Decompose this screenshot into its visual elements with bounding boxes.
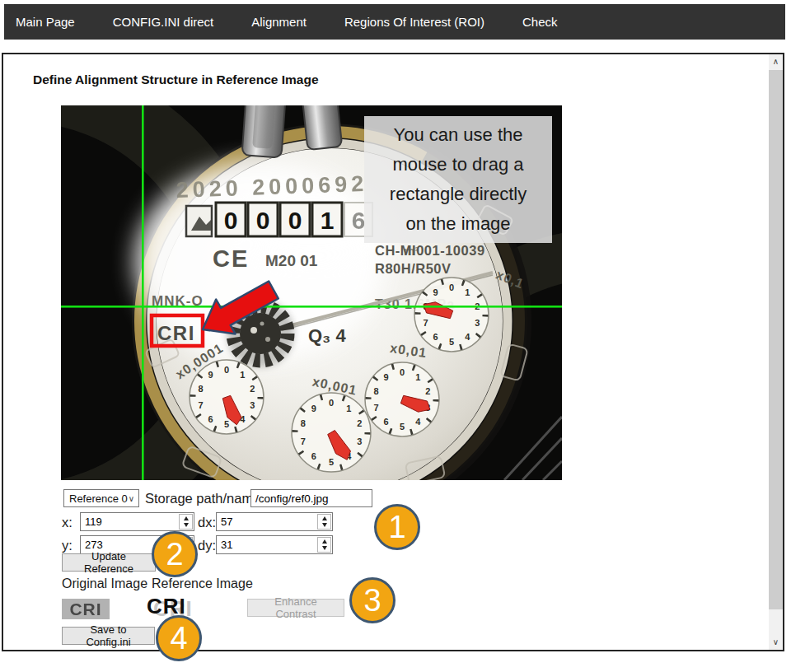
svg-text:8: 8: [301, 418, 306, 428]
save-to-config-button[interactable]: Save to Config.ini: [62, 627, 155, 645]
original-image-label: Original Image: [62, 576, 147, 591]
svg-text:R80H/R50V: R80H/R50V: [375, 261, 452, 276]
svg-text:0: 0: [329, 398, 334, 408]
scroll-down-icon[interactable]: ∨: [769, 635, 783, 649]
svg-text:7: 7: [424, 318, 428, 328]
svg-text:2: 2: [425, 386, 430, 396]
svg-text:4: 4: [415, 417, 421, 427]
svg-text:5: 5: [224, 419, 229, 429]
svg-text:6: 6: [352, 207, 366, 234]
callout-badge-1: 1: [374, 504, 420, 550]
x-stepper[interactable]: [80, 512, 194, 531]
storage-path-label: Storage path/name:: [145, 491, 264, 506]
svg-text:6: 6: [208, 414, 213, 424]
nav-alignment[interactable]: Alignment: [251, 15, 307, 29]
callout-badge-2: 2: [152, 531, 198, 577]
svg-text:9: 9: [433, 287, 438, 297]
svg-text:7: 7: [199, 400, 204, 410]
svg-text:1: 1: [346, 404, 351, 413]
svg-text:7: 7: [301, 436, 306, 446]
svg-text:9: 9: [384, 372, 389, 382]
screen: Main Page CONFIG.INI direct Alignment Re…: [0, 0, 791, 672]
svg-text:1: 1: [415, 372, 420, 382]
nav-main-page[interactable]: Main Page: [16, 15, 75, 29]
spin-down-icon[interactable]: [318, 545, 330, 553]
svg-text:M20 01: M20 01: [265, 252, 318, 269]
ce-mark: CE: [213, 245, 249, 272]
svg-text:8: 8: [374, 386, 379, 396]
spin-down-icon[interactable]: [180, 522, 192, 530]
spin-down-icon[interactable]: [318, 522, 330, 530]
reference-image-label: Reference Image: [152, 576, 253, 591]
svg-text:CH-MI001-10039: CH-MI001-10039: [375, 243, 485, 258]
svg-text:Q₃ 4: Q₃ 4: [308, 325, 346, 346]
svg-text:9: 9: [311, 404, 316, 413]
svg-text:0: 0: [256, 207, 270, 234]
meter-dial-x0001: 0123456789: [292, 393, 371, 472]
enhance-contrast-button[interactable]: Enhance Contrast: [247, 599, 344, 617]
x-spin-buttons[interactable]: [179, 514, 193, 530]
reference-image-canvas[interactable]: 2020 2000692 0 0 0 1 6 m³ CE M20 01 CH-M…: [61, 105, 562, 480]
svg-text:0: 0: [288, 207, 302, 234]
svg-text:5: 5: [449, 337, 454, 347]
svg-text:1: 1: [240, 370, 245, 380]
reference-select[interactable]: Reference 0 ∨: [63, 489, 139, 507]
meter-dial-x00001: 0123456789: [190, 360, 264, 434]
svg-text:6: 6: [311, 451, 316, 461]
callout-badge-4: 4: [156, 615, 202, 661]
callout-badge-3: 3: [349, 577, 396, 623]
svg-text:9: 9: [208, 370, 213, 380]
svg-text:7: 7: [374, 403, 379, 413]
scroll-up-icon[interactable]: ∧: [769, 54, 783, 68]
nav-check[interactable]: Check: [522, 15, 558, 29]
svg-text:6: 6: [433, 332, 438, 342]
crosshair-horizontal-line: [61, 306, 562, 308]
svg-text:0: 0: [400, 367, 405, 377]
navbar: Main Page CONFIG.INI direct Alignment Re…: [4, 4, 785, 40]
dx-spin-buttons[interactable]: [317, 514, 331, 530]
dy-stepper[interactable]: [216, 535, 333, 554]
svg-text:8: 8: [199, 384, 204, 394]
meter-dial-x001: 0123456789: [365, 362, 439, 436]
svg-text:2: 2: [357, 418, 362, 428]
nav-regions-of-interest[interactable]: Regions Of Interest (ROI): [344, 15, 484, 29]
svg-text:3: 3: [475, 318, 480, 328]
nav-config-ini-direct[interactable]: CONFIG.INI direct: [113, 15, 214, 29]
alignment-marker-text: CRI: [157, 322, 195, 344]
spin-up-icon[interactable]: [318, 538, 330, 545]
svg-text:6: 6: [384, 417, 389, 427]
svg-text:0: 0: [224, 365, 229, 375]
dx-input[interactable]: [216, 512, 333, 531]
scrollbar[interactable]: ∧ ∨: [769, 54, 783, 650]
svg-text:0: 0: [449, 282, 454, 292]
drag-hint-overlay: You can use the mouse to drag a rectangl…: [364, 116, 552, 243]
meter-dial-x01: 0123456789: [414, 278, 489, 352]
chevron-down-icon: ∨: [129, 494, 134, 503]
dy-input[interactable]: [216, 535, 333, 554]
update-reference-button[interactable]: Update Reference: [62, 553, 156, 572]
svg-text:5: 5: [329, 457, 334, 467]
dy-spin-buttons[interactable]: [317, 537, 331, 553]
dy-label: dy:: [198, 538, 216, 553]
dx-label: dx:: [198, 515, 216, 530]
spin-up-icon[interactable]: [180, 515, 192, 522]
x-input[interactable]: [80, 512, 194, 531]
scrollbar-thumb[interactable]: [769, 70, 783, 609]
svg-text:5: 5: [400, 422, 405, 432]
page-title: Define Alignment Structure in Reference …: [33, 72, 319, 87]
comparison-heading: Original Image Reference Image: [62, 576, 253, 591]
storage-path-input[interactable]: [250, 489, 372, 507]
svg-text:2: 2: [250, 384, 255, 394]
svg-text:1: 1: [465, 287, 470, 297]
x-label: x:: [62, 515, 73, 530]
svg-text:3: 3: [357, 436, 362, 446]
dx-stepper[interactable]: [216, 512, 333, 531]
svg-text:1: 1: [321, 207, 335, 234]
original-image-thumbnail: CRI: [62, 599, 110, 619]
spin-up-icon[interactable]: [318, 515, 330, 522]
svg-text:0: 0: [224, 207, 238, 234]
svg-text:3: 3: [250, 400, 255, 410]
svg-text:4: 4: [465, 332, 470, 342]
crosshair-vertical-line: [142, 105, 144, 480]
